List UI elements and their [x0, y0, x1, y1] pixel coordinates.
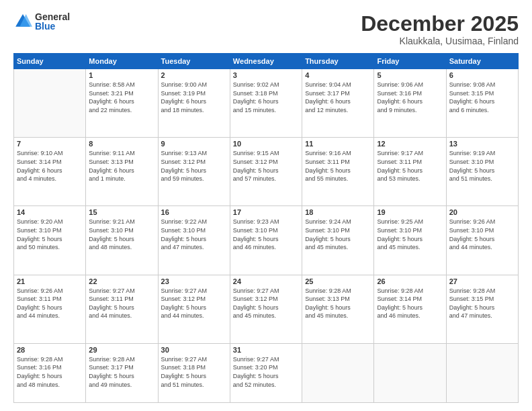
- day-number: 6: [449, 71, 515, 79]
- day-number: 30: [161, 346, 227, 354]
- day-details: Sunrise: 9:15 AM Sunset: 3:12 PM Dayligh…: [233, 149, 299, 183]
- day-number: 3: [233, 71, 299, 79]
- day-details: Sunrise: 9:13 AM Sunset: 3:12 PM Dayligh…: [161, 149, 227, 183]
- day-details: Sunrise: 9:02 AM Sunset: 3:18 PM Dayligh…: [233, 81, 299, 114]
- table-row: 9Sunrise: 9:13 AM Sunset: 3:12 PM Daylig…: [158, 138, 230, 206]
- table-row: 22Sunrise: 9:27 AM Sunset: 3:11 PM Dayli…: [86, 275, 158, 343]
- table-row: 2Sunrise: 9:00 AM Sunset: 3:19 PM Daylig…: [158, 69, 230, 138]
- header-tuesday: Tuesday: [158, 54, 230, 69]
- week-row-1: 7Sunrise: 9:10 AM Sunset: 3:14 PM Daylig…: [14, 138, 519, 206]
- header-saturday: Saturday: [446, 54, 518, 69]
- title-section: December 2025 Klaukkala, Uusimaa, Finlan…: [361, 12, 519, 46]
- day-number: 12: [377, 140, 443, 148]
- table-row: [14, 69, 86, 138]
- day-details: Sunrise: 9:27 AM Sunset: 3:20 PM Dayligh…: [233, 355, 299, 389]
- day-number: 24: [233, 277, 299, 285]
- table-row: [302, 343, 374, 402]
- day-details: Sunrise: 9:08 AM Sunset: 3:15 PM Dayligh…: [449, 81, 515, 114]
- day-number: 15: [89, 208, 154, 216]
- day-details: Sunrise: 9:28 AM Sunset: 3:16 PM Dayligh…: [17, 355, 83, 389]
- day-details: Sunrise: 9:27 AM Sunset: 3:11 PM Dayligh…: [89, 287, 154, 320]
- day-details: Sunrise: 9:06 AM Sunset: 3:16 PM Dayligh…: [377, 81, 443, 114]
- table-row: 11Sunrise: 9:16 AM Sunset: 3:11 PM Dayli…: [302, 138, 374, 206]
- day-details: Sunrise: 9:10 AM Sunset: 3:14 PM Dayligh…: [17, 149, 83, 183]
- day-number: 13: [449, 140, 515, 148]
- week-row-3: 21Sunrise: 9:26 AM Sunset: 3:11 PM Dayli…: [14, 275, 519, 343]
- table-row: 12Sunrise: 9:17 AM Sunset: 3:11 PM Dayli…: [374, 138, 446, 206]
- logo: General Blue: [13, 12, 70, 31]
- day-number: 7: [17, 140, 83, 148]
- day-number: 25: [305, 277, 371, 285]
- day-details: Sunrise: 9:23 AM Sunset: 3:10 PM Dayligh…: [233, 218, 299, 251]
- header-monday: Monday: [86, 54, 158, 69]
- day-details: Sunrise: 9:27 AM Sunset: 3:18 PM Dayligh…: [161, 355, 227, 389]
- logo-text: General Blue: [35, 12, 70, 31]
- week-row-2: 14Sunrise: 9:20 AM Sunset: 3:10 PM Dayli…: [14, 206, 519, 275]
- table-row: 7Sunrise: 9:10 AM Sunset: 3:14 PM Daylig…: [14, 138, 86, 206]
- table-row: 1Sunrise: 8:58 AM Sunset: 3:21 PM Daylig…: [86, 69, 158, 138]
- header-sunday: Sunday: [14, 54, 86, 69]
- day-details: Sunrise: 9:28 AM Sunset: 3:17 PM Dayligh…: [89, 355, 154, 389]
- day-details: Sunrise: 9:28 AM Sunset: 3:13 PM Dayligh…: [305, 287, 371, 320]
- table-row: 15Sunrise: 9:21 AM Sunset: 3:10 PM Dayli…: [86, 206, 158, 275]
- day-number: 17: [233, 208, 299, 216]
- day-number: 20: [449, 208, 515, 216]
- day-number: 4: [305, 71, 371, 79]
- day-number: 9: [161, 140, 227, 148]
- table-row: 4Sunrise: 9:04 AM Sunset: 3:17 PM Daylig…: [302, 69, 374, 138]
- day-details: Sunrise: 9:26 AM Sunset: 3:11 PM Dayligh…: [17, 287, 83, 320]
- day-number: 1: [89, 71, 154, 79]
- table-row: 21Sunrise: 9:26 AM Sunset: 3:11 PM Dayli…: [14, 275, 86, 343]
- calendar-table: Sunday Monday Tuesday Wednesday Thursday…: [13, 53, 519, 403]
- day-number: 14: [17, 208, 83, 216]
- table-row: 13Sunrise: 9:19 AM Sunset: 3:10 PM Dayli…: [446, 138, 518, 206]
- table-row: 10Sunrise: 9:15 AM Sunset: 3:12 PM Dayli…: [230, 138, 302, 206]
- day-details: Sunrise: 9:26 AM Sunset: 3:10 PM Dayligh…: [449, 218, 515, 251]
- logo-blue: Blue: [35, 21, 70, 31]
- day-details: Sunrise: 9:00 AM Sunset: 3:19 PM Dayligh…: [161, 81, 227, 114]
- month-title: December 2025: [361, 12, 519, 36]
- header: General Blue December 2025 Klaukkala, Uu…: [13, 12, 519, 46]
- table-row: 27Sunrise: 9:28 AM Sunset: 3:15 PM Dayli…: [446, 275, 518, 343]
- day-number: 27: [449, 277, 515, 285]
- day-number: 18: [305, 208, 371, 216]
- table-row: 20Sunrise: 9:26 AM Sunset: 3:10 PM Dayli…: [446, 206, 518, 275]
- day-number: 11: [305, 140, 371, 148]
- day-number: 28: [17, 346, 83, 354]
- table-row: 28Sunrise: 9:28 AM Sunset: 3:16 PM Dayli…: [14, 343, 86, 402]
- day-number: 10: [233, 140, 299, 148]
- table-row: 3Sunrise: 9:02 AM Sunset: 3:18 PM Daylig…: [230, 69, 302, 138]
- table-row: 24Sunrise: 9:27 AM Sunset: 3:12 PM Dayli…: [230, 275, 302, 343]
- day-number: 8: [89, 140, 154, 148]
- day-number: 21: [17, 277, 83, 285]
- week-row-0: 1Sunrise: 8:58 AM Sunset: 3:21 PM Daylig…: [14, 69, 519, 138]
- day-details: Sunrise: 9:11 AM Sunset: 3:13 PM Dayligh…: [89, 149, 154, 183]
- day-details: Sunrise: 9:04 AM Sunset: 3:17 PM Dayligh…: [305, 81, 371, 114]
- logo-icon: [13, 12, 32, 31]
- table-row: 31Sunrise: 9:27 AM Sunset: 3:20 PM Dayli…: [230, 343, 302, 402]
- header-friday: Friday: [374, 54, 446, 69]
- day-number: 16: [161, 208, 227, 216]
- day-details: Sunrise: 9:22 AM Sunset: 3:10 PM Dayligh…: [161, 218, 227, 251]
- table-row: 6Sunrise: 9:08 AM Sunset: 3:15 PM Daylig…: [446, 69, 518, 138]
- table-row: 25Sunrise: 9:28 AM Sunset: 3:13 PM Dayli…: [302, 275, 374, 343]
- day-details: Sunrise: 9:27 AM Sunset: 3:12 PM Dayligh…: [233, 287, 299, 320]
- day-details: Sunrise: 9:20 AM Sunset: 3:10 PM Dayligh…: [17, 218, 83, 251]
- day-number: 22: [89, 277, 154, 285]
- page: General Blue December 2025 Klaukkala, Uu…: [0, 0, 532, 411]
- table-row: [446, 343, 518, 402]
- day-details: Sunrise: 9:25 AM Sunset: 3:10 PM Dayligh…: [377, 218, 443, 251]
- day-number: 26: [377, 277, 443, 285]
- table-row: 30Sunrise: 9:27 AM Sunset: 3:18 PM Dayli…: [158, 343, 230, 402]
- day-number: 23: [161, 277, 227, 285]
- table-row: 29Sunrise: 9:28 AM Sunset: 3:17 PM Dayli…: [86, 343, 158, 402]
- table-row: 23Sunrise: 9:27 AM Sunset: 3:12 PM Dayli…: [158, 275, 230, 343]
- week-row-4: 28Sunrise: 9:28 AM Sunset: 3:16 PM Dayli…: [14, 343, 519, 402]
- header-wednesday: Wednesday: [230, 54, 302, 69]
- table-row: 26Sunrise: 9:28 AM Sunset: 3:14 PM Dayli…: [374, 275, 446, 343]
- day-number: 19: [377, 208, 443, 216]
- day-details: Sunrise: 8:58 AM Sunset: 3:21 PM Dayligh…: [89, 81, 154, 114]
- table-row: 8Sunrise: 9:11 AM Sunset: 3:13 PM Daylig…: [86, 138, 158, 206]
- day-number: 29: [89, 346, 154, 354]
- day-number: 31: [233, 346, 299, 354]
